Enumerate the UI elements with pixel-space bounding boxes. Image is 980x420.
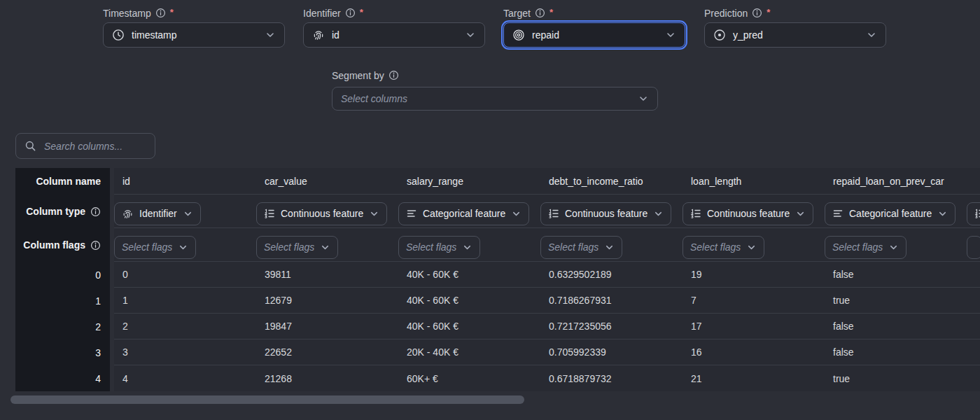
chevron-down-icon <box>511 209 522 219</box>
table-cell: 20K - 40K € <box>398 340 540 365</box>
column-type-cell: Identifier <box>114 195 256 228</box>
align-left-icon <box>832 208 844 219</box>
search-input[interactable] <box>43 140 146 153</box>
table-column-debt-to-income-ratio: debt_to_income_ratio Continuous feature … <box>540 168 682 391</box>
segment-by-label-row: Segment by <box>332 68 658 83</box>
column-type-select[interactable]: Continuous feature <box>682 202 813 225</box>
column-type-cell: Continuous feature <box>540 195 682 228</box>
column-flags-select[interactable]: Select flags <box>825 236 906 259</box>
search-box <box>15 133 155 159</box>
identifier-select[interactable]: id <box>303 22 485 48</box>
table-cell: 2 <box>114 314 256 340</box>
identifier-label-row: Identifier * <box>303 6 485 20</box>
column-type-value: Continuous feature <box>565 208 648 219</box>
info-icon[interactable] <box>90 206 101 217</box>
column-type-cell: Continuous feature <box>256 195 398 228</box>
horizontal-scrollbar-thumb[interactable] <box>10 396 524 404</box>
target-icon <box>512 29 525 41</box>
column-flags-select[interactable] <box>967 236 980 259</box>
timestamp-select[interactable]: timestamp <box>103 22 285 48</box>
table-cell <box>967 288 980 314</box>
table-cell: 40K - 60K € <box>398 262 540 288</box>
segment-by-placeholder: Select columns <box>341 93 631 104</box>
table-cell <box>967 365 980 391</box>
table-cell <box>967 340 980 365</box>
info-icon[interactable] <box>90 240 101 251</box>
row-index: 2 <box>15 314 110 340</box>
info-icon[interactable] <box>752 8 762 18</box>
table-column-repaid-loan-on-prev-car: repaid_loan_on_prev_car Categorical feat… <box>825 168 967 391</box>
info-icon[interactable] <box>535 8 545 18</box>
row-index: 0 <box>15 262 110 288</box>
required-asterisk: * <box>550 7 553 18</box>
table-cell: 60K+ € <box>398 365 540 391</box>
column-name: salary_range <box>398 168 540 195</box>
target-field: Target * repaid <box>503 6 685 48</box>
circle-dot-icon <box>713 29 726 41</box>
column-name: loan_length <box>682 168 825 195</box>
column-flags-select[interactable]: Select flags <box>114 236 196 259</box>
table-cell: 1 <box>114 288 256 314</box>
column-type-select[interactable]: Continuous feature <box>256 202 387 225</box>
column-flags-select[interactable]: Select flags <box>256 236 338 259</box>
table-cell: 21 <box>682 365 825 391</box>
column-type-select[interactable]: Categorical feature <box>398 202 529 225</box>
chevron-down-icon <box>746 242 757 253</box>
table-cell: 40K - 60K € <box>398 288 540 314</box>
column-type-value: Continuous feature <box>707 208 790 219</box>
segment-by-field: Segment by Select columns <box>332 68 658 111</box>
target-label: Target <box>503 8 531 19</box>
prediction-label-row: Prediction * <box>704 6 886 20</box>
identifier-label: Identifier <box>303 8 341 19</box>
column-type-select[interactable]: Categorical feature <box>825 202 955 225</box>
row-index: 3 <box>15 340 110 365</box>
clock-icon <box>112 29 125 41</box>
chevron-down-icon <box>665 29 676 41</box>
column-type-select[interactable]: Continuous feature <box>540 202 671 225</box>
column-type-row-label: Column type <box>26 206 85 217</box>
table-cell: 16 <box>682 340 825 365</box>
timestamp-value: timestamp <box>132 29 258 41</box>
table-cell: 19 <box>682 262 825 288</box>
required-asterisk: * <box>170 7 174 18</box>
chevron-down-icon <box>638 93 649 104</box>
column-flags-select[interactable]: Select flags <box>398 236 480 259</box>
ordered-list-icon <box>548 208 559 219</box>
table-cell: false <box>825 314 967 340</box>
chevron-down-icon <box>937 209 948 219</box>
column-flags-row-label: Column flags <box>23 239 85 251</box>
column-type-select[interactable] <box>967 202 980 225</box>
flags-placeholder: Select flags <box>690 241 741 253</box>
chevron-down-icon <box>369 209 379 219</box>
table-cell: 22652 <box>256 340 398 365</box>
identifier-value: id <box>332 29 458 41</box>
target-label-row: Target * <box>503 6 685 20</box>
table-cell: 40K - 60K € <box>398 314 540 340</box>
segment-by-select[interactable]: Select columns <box>332 87 658 111</box>
column-type-cell <box>967 195 980 228</box>
table-cell: 0.6329502189 <box>540 262 682 288</box>
columns-table: Column name Column type Column flags 0 1… <box>15 168 980 391</box>
column-flags-select[interactable]: Select flags <box>682 236 764 259</box>
search-icon <box>24 140 36 152</box>
column-flags-cell: Select flags <box>256 228 398 262</box>
column-type-cell: Categorical feature <box>398 195 540 228</box>
column-flags-cell: Select flags <box>114 228 256 262</box>
table-cell: false <box>825 262 967 288</box>
table-column-car-value: car_value Continuous feature Select flag… <box>256 168 398 391</box>
prediction-select[interactable]: y_pred <box>704 22 886 48</box>
table-column-loan-length: loan_length Continuous feature Select fl… <box>682 168 825 391</box>
table-cell <box>967 262 980 288</box>
info-icon[interactable] <box>388 70 399 80</box>
table-cell: true <box>825 365 967 391</box>
column-type-row-header: Column type <box>15 195 110 228</box>
column-name-row-header: Column name <box>15 168 110 195</box>
column-flags-select[interactable]: Select flags <box>540 236 622 259</box>
info-icon[interactable] <box>155 8 166 18</box>
required-asterisk: * <box>360 7 363 18</box>
target-select[interactable]: repaid <box>503 22 685 48</box>
column-flags-cell: Select flags <box>540 228 682 262</box>
timestamp-label: Timestamp <box>103 8 151 19</box>
column-type-select[interactable]: Identifier <box>114 202 201 225</box>
info-icon[interactable] <box>345 8 356 18</box>
